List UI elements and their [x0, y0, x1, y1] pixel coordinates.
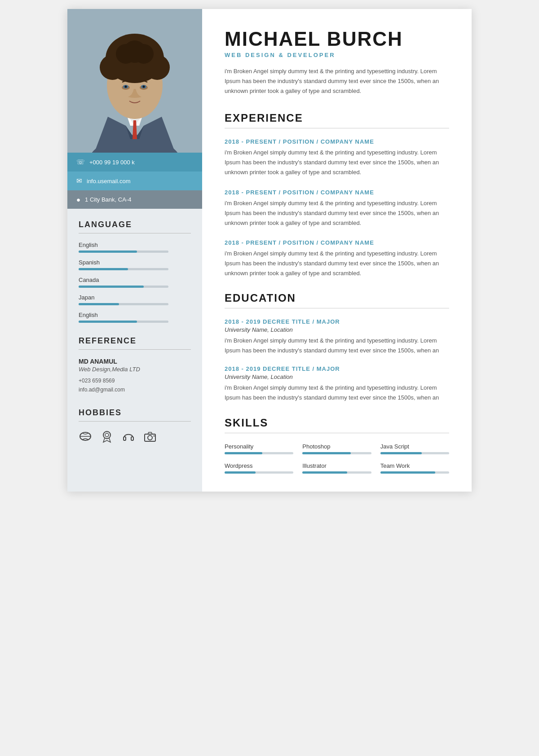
headphones-icon — [122, 430, 135, 446]
experience-item: 2018 - PRESENT / POSITION / COMPANY NAME… — [225, 138, 449, 177]
hobbies-section: HOBBIES — [79, 408, 191, 446]
skill-bar-fill — [302, 452, 350, 454]
skills-grid: Personality Photoshop Java Script Wordpr… — [225, 443, 449, 474]
skills-divider — [225, 433, 449, 433]
skill-bar-bg — [380, 471, 449, 474]
reference-divider — [79, 349, 191, 350]
language-title: LANGUAGE — [79, 220, 191, 229]
language-bar-bg — [79, 251, 168, 253]
language-item: Spanish — [79, 259, 191, 270]
candidate-name: MICHAEL BURCH — [225, 29, 449, 49]
profile-photo — [67, 9, 202, 153]
skill-label: Wordpress — [225, 462, 293, 469]
ref-name: MD ANAMUL — [79, 358, 191, 365]
language-divider — [79, 233, 191, 233]
skill-bar-fill — [225, 452, 262, 454]
language-label: Canada — [79, 277, 191, 283]
job-title: WEB DESIGN & DEVELOPER — [225, 52, 449, 58]
skill-bar-bg — [302, 452, 371, 454]
exp-item-title: 2018 - PRESENT / POSITION / COMPANY NAME — [225, 189, 449, 196]
education-title: EDUCATION — [225, 292, 449, 304]
skill-label: Team Work — [380, 462, 449, 469]
language-label: English — [79, 242, 191, 248]
education-list: 2018 - 2019 DECREE TITLE / MAJOR Univers… — [225, 318, 449, 403]
education-section: EDUCATION 2018 - 2019 DECREE TITLE / MAJ… — [225, 292, 449, 403]
skills-section: SKILLS Personality Photoshop Java Script… — [225, 417, 449, 474]
language-item: Japan — [79, 294, 191, 305]
resume-container: ☏ +000 99 19 000 k ✉ info.usemail.com ● … — [67, 9, 472, 492]
football-icon — [79, 430, 92, 446]
skill-item: Personality — [225, 443, 293, 454]
skill-label: Java Script — [380, 443, 449, 450]
skill-item: Illustrator — [302, 462, 371, 474]
phone-contact: ☏ +000 99 19 000 k — [67, 153, 202, 171]
location-icon: ● — [76, 196, 80, 203]
skill-bar-bg — [225, 471, 293, 474]
sidebar-content: LANGUAGE English Spanish Canada Japan En… — [67, 209, 202, 455]
language-bar-fill — [79, 268, 128, 270]
skill-bar-fill — [225, 471, 256, 474]
language-bar-fill — [79, 321, 137, 323]
experience-divider — [225, 128, 449, 128]
location-contact: ● 1 City Bank, CA-4 — [67, 190, 202, 209]
reference-title: REFERENCE — [79, 336, 191, 346]
exp-item-title: 2018 - PRESENT / POSITION / COMPANY NAME — [225, 138, 449, 145]
language-label: English — [79, 312, 191, 318]
skill-item: Photoshop — [302, 443, 371, 454]
experience-section: EXPERIENCE 2018 - PRESENT / POSITION / C… — [225, 112, 449, 278]
ref-phone: +023 659 8569 — [79, 376, 191, 385]
language-label: Japan — [79, 294, 191, 301]
skill-label: Personality — [225, 443, 293, 450]
award-icon — [100, 430, 114, 446]
experience-title: EXPERIENCE — [225, 112, 449, 124]
hobbies-title: HOBBIES — [79, 408, 191, 418]
language-label: Spanish — [79, 259, 191, 266]
language-item: English — [79, 242, 191, 253]
edu-item-subtitle: University Name, Location — [225, 374, 449, 380]
email-icon: ✉ — [76, 177, 82, 185]
experience-list: 2018 - PRESENT / POSITION / COMPANY NAME… — [225, 138, 449, 278]
svg-point-28 — [154, 435, 155, 436]
language-bar-fill — [79, 251, 137, 253]
language-bar-bg — [79, 321, 168, 323]
camera-icon — [143, 430, 157, 446]
edu-item-title: 2018 - 2019 DECREE TITLE / MAJOR — [225, 318, 449, 325]
phone-icon: ☏ — [76, 158, 85, 166]
location-value: 1 City Bank, CA-4 — [85, 196, 131, 203]
skill-item: Team Work — [380, 462, 449, 474]
svg-point-18 — [143, 86, 145, 88]
intro-text: i'm Broken Angel simply dummy text & the… — [225, 66, 449, 96]
skill-label: Illustrator — [302, 462, 371, 469]
edu-item-title: 2018 - 2019 DECREE TITLE / MAJOR — [225, 365, 449, 372]
photo-area — [67, 9, 202, 153]
language-bar-fill — [79, 286, 144, 288]
svg-rect-25 — [131, 437, 133, 440]
main-content: MICHAEL BURCH WEB DESIGN & DEVELOPER i'm… — [202, 9, 472, 492]
skill-item: Java Script — [380, 443, 449, 454]
exp-item-desc: i'm Broken Angel simply dummy text & the… — [225, 198, 449, 228]
svg-point-17 — [125, 86, 127, 88]
contact-section: ☏ +000 99 19 000 k ✉ info.usemail.com ● … — [67, 153, 202, 209]
skill-bar-fill — [302, 471, 347, 474]
skill-bar-bg — [302, 471, 371, 474]
hobbies-divider — [79, 421, 191, 422]
experience-item: 2018 - PRESENT / POSITION / COMPANY NAME… — [225, 189, 449, 228]
svg-point-12 — [124, 40, 146, 63]
skill-bar-bg — [225, 452, 293, 454]
svg-point-27 — [148, 435, 152, 440]
language-bar-bg — [79, 303, 168, 305]
skill-label: Photoshop — [302, 443, 371, 450]
email-value: info.usemail.com — [87, 178, 131, 185]
sidebar: ☏ +000 99 19 000 k ✉ info.usemail.com ● … — [67, 9, 202, 492]
language-item: Canada — [79, 277, 191, 288]
language-list: English Spanish Canada Japan English — [79, 242, 191, 323]
edu-item-subtitle: University Name, Location — [225, 326, 449, 333]
experience-item: 2018 - PRESENT / POSITION / COMPANY NAME… — [225, 239, 449, 278]
education-item: 2018 - 2019 DECREE TITLE / MAJOR Univers… — [225, 365, 449, 403]
email-contact: ✉ info.usemail.com — [67, 171, 202, 190]
skill-bar-fill — [380, 471, 436, 474]
language-bar-fill — [79, 303, 119, 305]
edu-item-desc: i'm Broken Angel simply dummy text & the… — [225, 383, 449, 403]
edu-item-desc: i'm Broken Angel simply dummy text & the… — [225, 336, 449, 356]
skills-title: SKILLS — [225, 417, 449, 429]
